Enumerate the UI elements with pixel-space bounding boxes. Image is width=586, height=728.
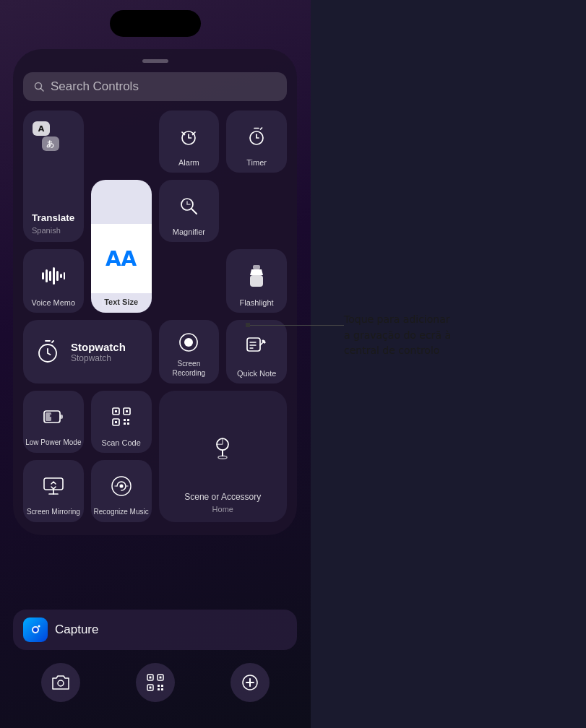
svg-point-42 <box>119 484 123 488</box>
svg-rect-13 <box>53 267 55 285</box>
capture-app-icon <box>23 618 48 642</box>
textsize-tile[interactable]: AA Text Size <box>91 180 152 313</box>
voicememo-tile[interactable]: Voice Memo <box>23 249 84 313</box>
scene-tile[interactable]: Scene or Accessory Home <box>159 391 288 522</box>
timer-tile[interactable]: Timer <box>226 110 287 173</box>
svg-rect-19 <box>250 275 263 287</box>
screenrecording-label: Screen Recording <box>159 360 220 378</box>
svg-line-1 <box>41 89 44 92</box>
svg-rect-16 <box>64 272 65 280</box>
stopwatch-sub-label: Stopwatch <box>71 353 126 363</box>
capture-label: Capture <box>55 623 98 637</box>
lowpower-icon <box>43 391 64 438</box>
svg-point-44 <box>33 628 38 632</box>
voicememo-label: Voice Memo <box>32 298 76 307</box>
magnifier-icon <box>178 180 199 228</box>
svg-rect-15 <box>60 274 62 278</box>
lowpower-tile[interactable]: Low Power Mode <box>23 391 84 453</box>
recmusic-label: Recognize Music <box>94 508 149 517</box>
svg-rect-33 <box>126 410 128 412</box>
svg-rect-37 <box>124 422 126 425</box>
svg-line-9 <box>191 209 197 214</box>
svg-rect-55 <box>158 688 160 690</box>
textsize-label: Text Size <box>104 298 138 306</box>
svg-rect-12 <box>49 271 51 281</box>
search-placeholder: Search Controls <box>51 79 139 94</box>
textsize-slider-bg: AA <box>91 224 152 293</box>
mirroring-label: Screen Mirroring <box>27 508 80 517</box>
quicknote-label: Quick Note <box>237 369 276 378</box>
annotation-line <box>250 325 344 326</box>
svg-rect-54 <box>161 685 163 687</box>
recmusic-tile[interactable]: Recognize Music <box>91 460 152 522</box>
quicknote-tile[interactable]: Quick Note <box>226 320 287 384</box>
dynamic-island <box>110 10 201 37</box>
flashlight-label: Flashlight <box>240 298 274 307</box>
svg-rect-35 <box>124 419 126 421</box>
translate-tile[interactable]: A あ Translate Spanish <box>23 110 84 242</box>
svg-rect-41 <box>44 478 63 490</box>
annotation-text: Toque para adicionar a gravação do ecrã … <box>344 312 517 359</box>
textsize-aa-text: AA <box>105 247 137 271</box>
scancode-label: Scan Code <box>101 438 140 447</box>
svg-rect-38 <box>127 422 129 425</box>
translate-sub-label: Spanish <box>32 226 74 235</box>
scene-sub-label: Home <box>184 505 261 514</box>
stopwatch-icon <box>35 339 61 365</box>
translate-icon: A あ <box>32 121 68 152</box>
alarm-icon <box>178 110 199 158</box>
scancode-icon <box>111 391 132 438</box>
svg-rect-23 <box>247 338 260 351</box>
control-center: Search Controls A あ Translate Spanish <box>13 49 297 535</box>
timer-icon <box>246 110 267 158</box>
svg-point-22 <box>184 338 193 347</box>
svg-rect-25 <box>60 415 63 419</box>
mirroring-icon <box>43 460 64 508</box>
magnifier-tile[interactable]: Magnifier <box>159 180 220 242</box>
svg-rect-50 <box>149 677 151 679</box>
translate-main-label: Translate <box>32 212 74 225</box>
svg-rect-18 <box>253 265 260 269</box>
svg-point-45 <box>38 625 40 628</box>
flashlight-icon <box>247 249 266 298</box>
svg-rect-51 <box>159 677 161 679</box>
svg-rect-34 <box>115 421 117 423</box>
mirroring-tile[interactable]: Screen Mirroring <box>23 460 84 522</box>
scene-label: Scene or Accessory <box>184 492 261 503</box>
svg-rect-53 <box>158 685 160 687</box>
svg-rect-14 <box>56 271 59 281</box>
lowpower-label: Low Power Mode <box>25 438 81 448</box>
svg-rect-11 <box>46 269 48 282</box>
scene-icon <box>207 434 238 466</box>
bottom-dock-row <box>13 663 297 702</box>
timer-label: Timer <box>246 158 267 167</box>
svg-rect-32 <box>115 410 117 412</box>
drag-handle <box>142 59 168 63</box>
stopwatch-main-label: Stopwatch <box>71 341 126 353</box>
search-icon <box>33 81 45 92</box>
svg-point-40 <box>218 456 227 459</box>
svg-text:あ: あ <box>46 139 54 149</box>
alarm-label: Alarm <box>178 158 199 167</box>
bottom-add-icon[interactable] <box>230 663 270 702</box>
flashlight-tile[interactable]: Flashlight <box>226 249 287 313</box>
stopwatch-tile[interactable]: Stopwatch Stopwatch <box>23 320 152 384</box>
bottom-camera-icon[interactable] <box>41 663 80 702</box>
capture-bar[interactable]: Capture <box>13 610 297 650</box>
svg-rect-36 <box>127 419 129 421</box>
voicememo-icon <box>42 249 65 298</box>
magnifier-label: Magnifier <box>173 228 205 236</box>
svg-rect-10 <box>42 272 44 280</box>
alarm-tile[interactable]: Alarm <box>159 110 220 173</box>
svg-text:A: A <box>38 124 45 134</box>
svg-point-46 <box>58 680 64 686</box>
svg-rect-52 <box>149 687 151 689</box>
search-bar[interactable]: Search Controls <box>23 72 287 101</box>
screenrecording-icon <box>178 320 199 360</box>
bottom-qr-icon[interactable] <box>136 663 175 702</box>
recmusic-icon <box>111 460 132 508</box>
quicknote-icon <box>246 320 267 369</box>
svg-rect-56 <box>161 688 163 690</box>
screenrecording-tile[interactable]: Screen Recording <box>159 320 220 384</box>
scancode-tile[interactable]: Scan Code <box>91 391 152 453</box>
